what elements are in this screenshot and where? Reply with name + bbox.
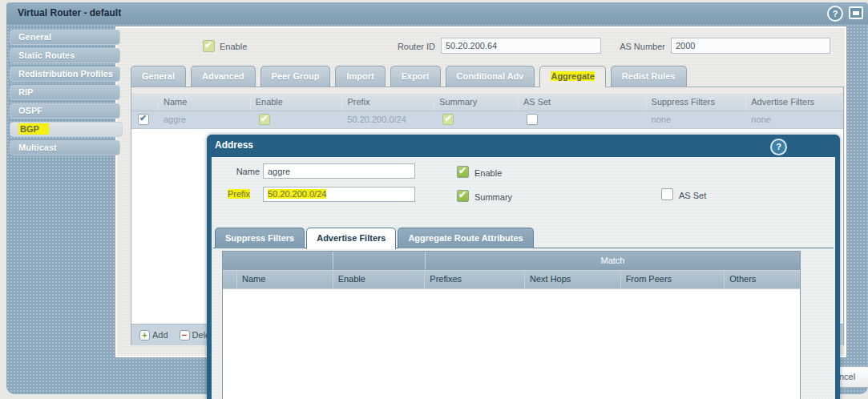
aggregate-table-header: Name Enable Prefix Summary AS Set Suppre…: [131, 95, 843, 111]
sidebar-item-rip[interactable]: RIP: [10, 85, 120, 100]
minus-icon: −: [180, 330, 190, 341]
window-title: Virtual Router - default: [6, 2, 868, 24]
inner-table-body: [223, 288, 800, 399]
sidebar-item-general[interactable]: General: [10, 30, 120, 45]
dialog-tabs: Suppress Filters Advertise Filters Aggre…: [215, 228, 534, 248]
col-from-peers[interactable]: From Peers: [621, 271, 725, 288]
row-select-checkbox[interactable]: [138, 114, 149, 125]
tab-aggregate-route-attributes[interactable]: Aggregate Route Attributes: [398, 228, 533, 248]
dialog-enable-label: Enable: [474, 168, 502, 178]
col-name[interactable]: Name: [159, 95, 251, 111]
sidebar-item-redistribution-profiles[interactable]: Redistribution Profiles: [10, 66, 120, 82]
address-dialog: Address ? Name Prefix 50.20.200.0/24 Ena…: [207, 135, 840, 399]
row-as-set-checkbox: [527, 114, 538, 125]
col-next-hops[interactable]: Next Hops: [525, 271, 621, 288]
col-name[interactable]: Name: [237, 271, 333, 288]
row-advertise-filters: none: [746, 111, 843, 128]
bgp-enable-checkbox[interactable]: [203, 40, 215, 52]
col-advertise-filters[interactable]: Advertise Filters: [746, 95, 843, 111]
col-others[interactable]: Others: [725, 271, 800, 288]
tab-peer-group[interactable]: Peer Group: [260, 66, 331, 87]
dialog-help-icon[interactable]: ?: [770, 139, 787, 155]
col-enable[interactable]: Enable: [251, 95, 343, 111]
bgp-enable-label: Enable: [220, 42, 247, 51]
sidebar-item-bgp[interactable]: BGP: [10, 122, 123, 137]
col-suppress-filters[interactable]: Suppress Filters: [647, 95, 747, 111]
prefix-label: Prefix: [228, 189, 250, 199]
router-id-input[interactable]: [441, 38, 601, 54]
dialog-title: Address: [207, 135, 840, 155]
name-label: Name: [232, 167, 260, 176]
as-number-label: AS Number: [593, 42, 665, 51]
col-as-set[interactable]: AS Set: [519, 95, 647, 111]
tab-advertise-filters[interactable]: Advertise Filters: [306, 228, 396, 249]
tab-import[interactable]: Import: [335, 66, 385, 87]
row-prefix: 50.20.200.0/24: [342, 111, 434, 128]
bgp-tabs: General Advanced Peer Group Import Expor…: [131, 66, 687, 87]
dialog-summary-label: Summary: [474, 192, 512, 202]
tab-advanced[interactable]: Advanced: [191, 66, 256, 87]
row-summary-checkbox: [442, 114, 454, 125]
col-prefixes[interactable]: Prefixes: [425, 271, 525, 288]
dialog-body: Name Prefix 50.20.200.0/24 Enable Summar…: [212, 157, 835, 399]
tab-redist-rules[interactable]: Redist Rules: [611, 66, 687, 87]
virtual-router-screen: Virtual Router - default ? General Stati…: [0, 0, 868, 399]
col-prefix[interactable]: Prefix: [342, 95, 434, 111]
help-icon[interactable]: ?: [827, 6, 843, 22]
dialog-enable-checkbox[interactable]: [457, 166, 469, 178]
dialog-as-set-checkbox[interactable]: [661, 188, 673, 200]
inner-table-header: Name Enable Prefixes Next Hops From Peer…: [223, 270, 800, 288]
sidebar-item-static-routes[interactable]: Static Routes: [10, 48, 120, 63]
row-suppress-filters: none: [647, 111, 747, 128]
dialog-as-set-label: AS Set: [679, 191, 706, 200]
col-summary[interactable]: Summary: [434, 95, 519, 111]
tab-conditional-adv[interactable]: Conditional Adv: [446, 66, 535, 87]
sidebar-item-ospf[interactable]: OSPF: [10, 103, 120, 119]
table-row[interactable]: aggre 50.20.200.0/24 none none: [131, 111, 843, 129]
plus-icon: +: [139, 330, 150, 341]
row-name: aggre: [159, 111, 251, 128]
advertise-filters-table: Match Name Enable Prefixes Next Hops Fro…: [222, 251, 801, 399]
tab-export[interactable]: Export: [390, 66, 441, 87]
row-enable-checkbox: [259, 114, 270, 125]
match-header: Match: [426, 252, 800, 270]
dialog-summary-checkbox[interactable]: [457, 190, 469, 202]
name-input[interactable]: [263, 163, 415, 179]
as-number-input[interactable]: [671, 38, 830, 54]
tab-suppress-filters[interactable]: Suppress Filters: [215, 228, 305, 248]
tab-aggregate[interactable]: Aggregate: [539, 66, 605, 87]
open-window-icon[interactable]: [849, 6, 863, 19]
match-group-header: Match: [223, 252, 800, 270]
col-enable[interactable]: Enable: [333, 271, 426, 288]
add-button[interactable]: + Add: [139, 330, 168, 341]
router-id-label: Router ID: [365, 42, 435, 51]
tab-general[interactable]: General: [131, 66, 186, 87]
prefix-input[interactable]: 50.20.200.0/24: [263, 187, 415, 202]
sidebar-item-multicast[interactable]: Multicast: [10, 140, 120, 155]
